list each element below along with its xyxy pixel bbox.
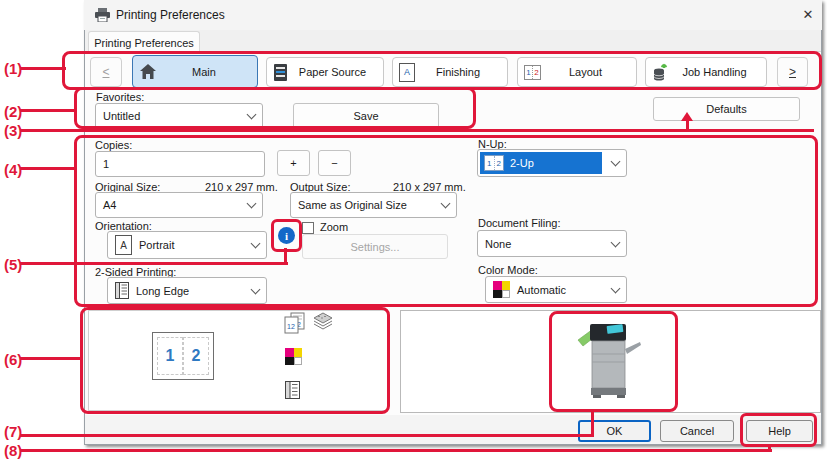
annotation-line-8 (20, 449, 772, 452)
annotation-label-2: (2) (4, 103, 22, 120)
annotation-line-5 (20, 262, 288, 265)
annotation-label-8: (8) (4, 442, 22, 459)
window-title: Printing Preferences (116, 8, 225, 22)
annotation-label-3: (3) (4, 122, 22, 139)
annotation-box-help (740, 413, 817, 447)
annotation-box-printer (549, 311, 678, 412)
annotation-line-1 (20, 67, 66, 70)
annotation-line-3 (20, 129, 814, 132)
annotation-arrowhead-3 (681, 112, 693, 121)
annotation-label-1: (1) (4, 60, 22, 77)
annotation-label-6: (6) (4, 351, 22, 368)
printer-icon (95, 8, 110, 26)
annotation-box-settings (74, 135, 818, 307)
annotation-label-4: (4) (4, 161, 22, 178)
annotation-arrow-stem-3 (686, 121, 689, 130)
annotation-line-4 (20, 167, 77, 170)
screenshot-root: Printing Preferences ✕ Printing Preferen… (0, 0, 827, 464)
close-icon[interactable]: ✕ (799, 7, 817, 22)
annotation-box-tab-bar (62, 51, 822, 90)
ok-button[interactable]: OK (578, 420, 651, 442)
annotation-line-2 (20, 109, 77, 112)
annotation-label-7: (7) (4, 423, 22, 440)
annotation-label-5: (5) (4, 256, 22, 273)
annotation-box-preview (80, 307, 390, 414)
annotation-box-info-icon (271, 219, 302, 252)
annotation-line-6 (20, 357, 82, 360)
cancel-button[interactable]: Cancel (660, 420, 734, 442)
defaults-button[interactable]: Defaults (653, 97, 800, 121)
document-tab[interactable]: Printing Preferences (88, 31, 200, 53)
annotation-stem-7 (591, 411, 594, 435)
annotation-box-favorites (74, 87, 476, 129)
annotation-line-7 (20, 434, 594, 437)
